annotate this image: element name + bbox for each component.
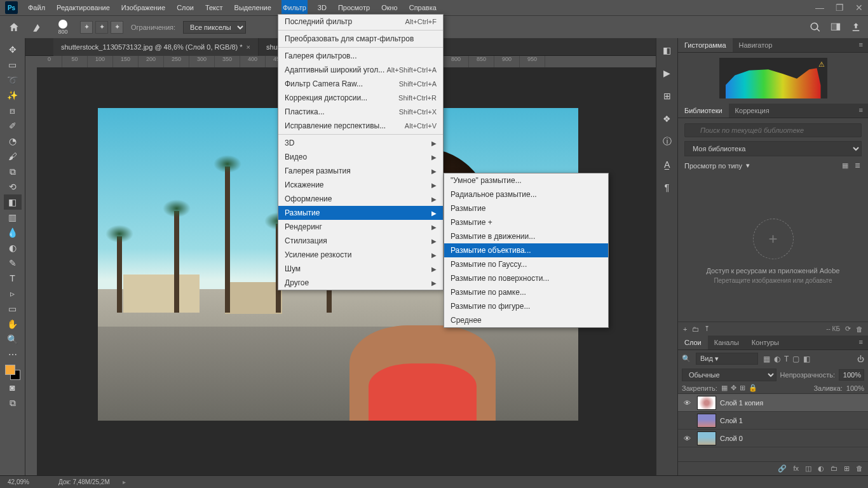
menu-item[interactable]: Размытие по фигуре... <box>444 299 608 313</box>
layer-thumbnail[interactable] <box>697 396 716 410</box>
list-view-icon[interactable]: ≣ <box>853 160 862 171</box>
new-layer-icon[interactable]: ⊞ <box>844 464 850 473</box>
filter-type-icon[interactable]: T <box>784 355 789 363</box>
menu-item[interactable]: Коррекция дисторсии...Shift+Ctrl+R <box>278 91 443 105</box>
sampling-continuous-icon[interactable]: ✦ <box>80 21 93 34</box>
layer-filter-type[interactable]: Вид ▾ <box>696 353 758 365</box>
layer-row[interactable]: 👁 Слой 1 копия <box>678 394 868 412</box>
menu-edit[interactable]: Редактирование <box>55 0 111 15</box>
layer-group-icon[interactable]: 🗀 <box>831 464 837 473</box>
maximize-icon[interactable]: ❐ <box>836 3 844 13</box>
tool-type[interactable]: T <box>4 271 22 286</box>
menu-item[interactable]: 3D▶ <box>278 136 443 150</box>
tool-path-select[interactable]: ▹ <box>4 286 22 301</box>
layer-fx-icon[interactable]: fx <box>793 464 799 473</box>
actions-panel-icon[interactable]: ▶ <box>660 66 674 80</box>
layer-name[interactable]: Слой 0 <box>720 435 743 442</box>
menu-item[interactable]: Преобразовать для смарт-фильтров <box>278 32 443 46</box>
panel-menu-icon[interactable]: ≡ <box>854 38 868 52</box>
menu-item[interactable]: Размытие объектива... <box>444 243 608 257</box>
menu-item[interactable]: Адаптивный широкий угол...Alt+Shift+Ctrl… <box>278 63 443 77</box>
add-folder-icon[interactable]: 🗀 <box>692 325 699 333</box>
layer-thumbnail[interactable] <box>697 431 716 445</box>
close-icon[interactable]: × <box>247 43 250 51</box>
menu-item[interactable]: Размытие▶ <box>278 206 443 220</box>
filter-adjust-icon[interactable]: ◐ <box>774 355 780 363</box>
foreground-color[interactable] <box>5 365 15 375</box>
tool-shape[interactable]: ▭ <box>4 301 22 316</box>
properties-panel-icon[interactable]: ⊞ <box>660 89 674 103</box>
tab-navigator[interactable]: Навигатор <box>733 38 779 52</box>
opacity-value[interactable]: 100% <box>839 369 864 381</box>
tool-crop[interactable]: ⧈ <box>4 103 22 118</box>
menu-item[interactable]: Размытие по рамке... <box>444 285 608 299</box>
filter-smart-icon[interactable]: ◧ <box>803 355 810 363</box>
menu-image[interactable]: Изображение <box>120 0 166 15</box>
search-icon[interactable] <box>810 22 821 33</box>
menu-item[interactable]: Размытие <box>444 201 608 215</box>
menu-item[interactable]: Рендеринг▶ <box>278 220 443 234</box>
filter-toggle-icon[interactable]: ⏻ <box>857 355 864 363</box>
layer-row[interactable]: Слой 1 <box>678 412 868 430</box>
tool-eraser[interactable]: ◧ <box>4 194 22 210</box>
tool-dodge[interactable]: ◐ <box>4 240 22 255</box>
tab-adjustments[interactable]: Коррекция <box>729 104 776 118</box>
library-search-input[interactable] <box>684 123 862 137</box>
warning-icon[interactable]: ⚠ <box>818 60 825 69</box>
upload-icon[interactable]: ⤒ <box>704 325 710 333</box>
menu-item[interactable]: Усиление резкости▶ <box>278 248 443 262</box>
menu-help[interactable]: Справка <box>408 0 438 15</box>
color-swatches[interactable] <box>5 365 20 380</box>
zoom-level[interactable]: 42,09% <box>8 478 46 485</box>
tab-paths[interactable]: Контуры <box>745 336 785 349</box>
limits-select[interactable]: Все пикселы <box>183 21 246 34</box>
menu-item[interactable]: Шум▶ <box>278 262 443 276</box>
close-icon[interactable]: ✕ <box>855 3 863 13</box>
lock-all-icon[interactable]: 🔒 <box>749 384 757 392</box>
tool-preset-icon[interactable] <box>29 19 46 36</box>
info-panel-icon[interactable]: ⓘ <box>660 135 674 149</box>
home-icon[interactable] <box>6 20 22 35</box>
link-layers-icon[interactable]: 🔗 <box>778 464 787 473</box>
menu-item[interactable]: Другое▶ <box>278 276 443 290</box>
tool-history-brush[interactable]: ⟲ <box>4 179 22 194</box>
menu-filter[interactable]: Фильтр <box>281 0 308 15</box>
minimize-icon[interactable]: — <box>815 3 824 13</box>
add-asset-icon[interactable]: + <box>683 325 687 333</box>
menu-item[interactable]: Фильтр Camera Raw...Shift+Ctrl+A <box>278 77 443 91</box>
menu-layers[interactable]: Слои <box>175 0 195 15</box>
panel-menu-icon[interactable]: ≡ <box>854 104 868 118</box>
paragraph-panel-icon[interactable]: ¶ <box>660 180 674 194</box>
menu-text[interactable]: Текст <box>204 0 224 15</box>
tool-edit-toolbar[interactable]: ⋯ <box>4 347 22 362</box>
tool-clone[interactable]: ⧉ <box>4 164 22 179</box>
sampling-once-icon[interactable]: ✦ <box>95 21 108 34</box>
menu-item[interactable]: Радиальное размытие... <box>444 187 608 201</box>
visibility-icon[interactable]: 👁 <box>681 435 693 442</box>
tool-spot-heal[interactable]: ◔ <box>4 133 22 149</box>
view-by-type-label[interactable]: Просмотр по типу <box>684 162 742 170</box>
menu-item[interactable]: Оформление▶ <box>278 192 443 206</box>
menu-item[interactable]: Размытие в движении... <box>444 229 608 243</box>
tab-histogram[interactable]: Гистограмма <box>678 38 733 52</box>
menu-item[interactable]: Галерея фильтров... <box>278 49 443 63</box>
library-select[interactable]: Моя библиотека <box>684 141 862 156</box>
tool-gradient[interactable]: ▥ <box>4 210 22 225</box>
document-tab-1[interactable]: shutterstock_1130573132.jpg @ 48,6% (Сло… <box>53 38 259 56</box>
tab-channels[interactable]: Каналы <box>708 336 745 349</box>
lock-position-icon[interactable]: ✥ <box>731 384 736 392</box>
tab-layers[interactable]: Слои <box>678 336 708 349</box>
share-icon[interactable] <box>850 22 862 33</box>
menu-item[interactable]: Галерея размытия▶ <box>278 164 443 178</box>
menu-item[interactable]: Размытие по поверхности... <box>444 271 608 285</box>
panel-menu-icon[interactable]: ≡ <box>854 336 868 349</box>
blend-mode-select[interactable]: Обычные <box>682 369 776 381</box>
tool-pen[interactable]: ✎ <box>4 255 22 271</box>
delete-icon[interactable]: 🗑 <box>856 325 863 333</box>
delete-layer-icon[interactable]: 🗑 <box>856 464 863 473</box>
doc-info[interactable]: Док: 7,48М/25,2М <box>58 478 110 485</box>
menu-window[interactable]: Окно <box>380 0 399 15</box>
character-panel-icon[interactable]: A̲ <box>660 158 674 172</box>
tool-hand[interactable]: ✋ <box>4 316 22 332</box>
layer-row[interactable]: 👁 Слой 0 <box>678 430 868 447</box>
